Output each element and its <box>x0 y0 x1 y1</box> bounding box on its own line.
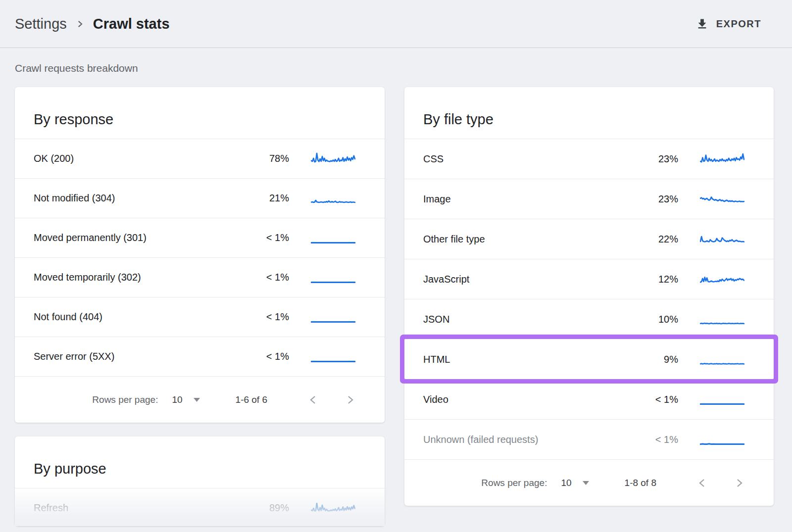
download-icon <box>695 17 709 31</box>
chevron-right-icon <box>76 20 84 28</box>
sparkline-chart <box>700 151 744 166</box>
chevron-right-icon <box>344 394 356 406</box>
table-row[interactable]: Refresh 89% <box>15 488 385 526</box>
sparkline-chart <box>311 231 355 245</box>
sparkline-chart <box>311 501 355 516</box>
row-label: Image <box>423 193 643 205</box>
sparkline-chart <box>311 349 355 364</box>
row-value: 22% <box>643 234 678 245</box>
header: Settings Crawl stats EXPORT <box>0 0 792 48</box>
row-label: Not found (404) <box>34 311 253 323</box>
row-value: < 1% <box>643 434 678 445</box>
table-row[interactable]: Unknown (failed requests) < 1% <box>404 419 774 459</box>
row-value: < 1% <box>253 311 289 323</box>
chevron-left-icon <box>696 477 708 489</box>
export-button[interactable]: EXPORT <box>695 17 761 31</box>
sparkline-chart <box>700 392 744 407</box>
sparkline-chart <box>700 272 744 287</box>
chevron-right-icon <box>733 477 745 489</box>
row-label: Server error (5XX) <box>34 351 253 362</box>
dropdown-arrow-icon <box>194 398 200 402</box>
row-label: JSON <box>423 314 643 325</box>
table-row[interactable]: JavaScript 12% <box>404 259 774 299</box>
row-value: 21% <box>253 193 289 204</box>
sparkline-chart <box>311 151 355 166</box>
sparkline-chart <box>700 192 744 206</box>
rows-per-page-value: 10 <box>561 478 571 488</box>
row-label: Not modified (304) <box>34 193 253 204</box>
table-row[interactable]: Moved temporarily (302) < 1% <box>15 257 385 297</box>
row-label: HTML <box>423 354 643 365</box>
sparkline-chart <box>700 352 744 367</box>
page-range: 1-8 of 8 <box>625 478 656 488</box>
breadcrumb-current: Crawl stats <box>93 16 170 32</box>
row-value: 23% <box>643 193 678 205</box>
row-label: Video <box>423 394 643 405</box>
rows-per-page-label: Rows per page: <box>481 478 547 488</box>
next-page-button[interactable] <box>343 392 357 407</box>
table-row[interactable]: Not found (404) < 1% <box>15 297 385 337</box>
row-label: OK (200) <box>34 153 253 164</box>
card-title-block: By purpose <box>15 436 385 488</box>
row-value: < 1% <box>253 232 289 243</box>
sparkline-chart <box>311 310 355 325</box>
rows-per-page-select[interactable]: 10 <box>172 394 199 405</box>
table-row[interactable]: Moved permanently (301) < 1% <box>15 218 385 257</box>
rows-per-page-select[interactable]: 10 <box>561 478 589 488</box>
pagination-by-file-type: Rows per page: 10 1-8 of 8 <box>404 459 774 506</box>
sparkline-chart <box>311 270 355 285</box>
page-range: 1-6 of 6 <box>236 394 267 405</box>
row-value: < 1% <box>253 272 289 283</box>
table-row[interactable]: HTML 9% <box>404 339 774 379</box>
row-label: Unknown (failed requests) <box>423 434 643 445</box>
dropdown-arrow-icon <box>583 481 589 485</box>
sparkline-chart <box>700 432 744 447</box>
card-title-block: By file type <box>404 87 774 139</box>
row-value: < 1% <box>253 351 289 362</box>
table-row[interactable]: Video < 1% <box>404 379 774 419</box>
row-value: 23% <box>643 153 678 165</box>
table-row[interactable]: Not modified (304) 21% <box>15 178 385 218</box>
prev-page-button[interactable] <box>695 476 710 490</box>
row-value: 9% <box>643 354 678 365</box>
sparkline-chart <box>311 191 355 206</box>
row-label: Other file type <box>423 234 643 245</box>
card-by-response: By response OK (200) 78% Not modified (3… <box>15 87 385 423</box>
row-value: < 1% <box>643 394 678 405</box>
row-label: JavaScript <box>423 274 643 285</box>
export-label: EXPORT <box>716 18 761 30</box>
card-title-block: By response <box>15 87 385 139</box>
row-label: Refresh <box>34 502 253 514</box>
sparkline-chart <box>700 232 744 246</box>
card-title-by-response: By response <box>34 111 113 128</box>
sparkline-chart <box>700 312 744 327</box>
table-row[interactable]: Other file type 22% <box>404 219 774 259</box>
table-row[interactable]: CSS 23% <box>404 139 774 179</box>
table-row[interactable]: Server error (5XX) < 1% <box>15 337 385 376</box>
pagination-by-response: Rows per page: 10 1-6 of 6 <box>15 376 385 423</box>
card-title-by-file-type: By file type <box>423 111 494 128</box>
row-value: 89% <box>253 502 289 514</box>
prev-page-button[interactable] <box>306 392 321 407</box>
chevron-left-icon <box>307 394 319 406</box>
row-value: 78% <box>253 153 289 164</box>
section-title: Crawl requests breakdown <box>15 62 138 74</box>
rows-per-page-value: 10 <box>172 394 182 405</box>
table-row[interactable]: OK (200) 78% <box>15 139 385 178</box>
table-row[interactable]: JSON 10% <box>404 299 774 339</box>
row-value: 10% <box>643 314 678 325</box>
card-by-file-type: By file type CSS 23% Image 23% Other fil… <box>404 87 774 506</box>
row-label: Moved permanently (301) <box>34 232 253 243</box>
breadcrumb-settings[interactable]: Settings <box>15 16 67 32</box>
table-row[interactable]: Image 23% <box>404 179 774 219</box>
row-label: Moved temporarily (302) <box>34 272 253 283</box>
card-by-purpose: By purpose Refresh 89% <box>15 436 385 526</box>
row-label: CSS <box>423 153 643 165</box>
next-page-button[interactable] <box>732 476 746 490</box>
breadcrumb: Settings Crawl stats <box>15 16 170 32</box>
row-value: 12% <box>643 274 678 285</box>
card-title-by-purpose: By purpose <box>34 461 106 477</box>
rows-per-page-label: Rows per page: <box>92 394 158 405</box>
